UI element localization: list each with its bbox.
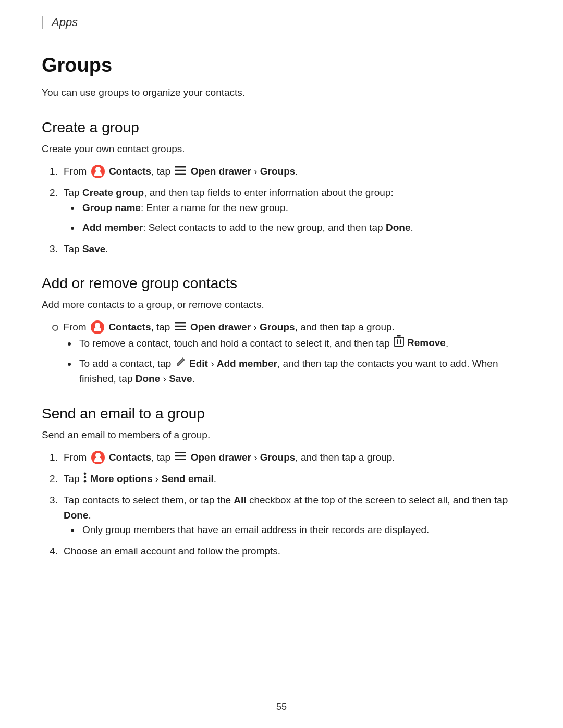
open-drawer-label-2: Open drawer <box>190 322 251 332</box>
section-desc-send-email: Send an email to members of a group. <box>42 429 521 441</box>
add-member-label-2: Add member <box>217 358 277 369</box>
contacts-label-3: Contacts <box>109 452 151 463</box>
more-options-label: More options <box>90 473 152 484</box>
circle-bullet-icon <box>52 325 58 331</box>
breadcrumb: Apps <box>42 16 521 29</box>
bullet-add-contact: To add a contact, tap Edit › Add member,… <box>77 356 521 387</box>
menu-icon-3 <box>175 450 186 465</box>
send-email-steps: From Contacts, tap Open drawer › Groups,… <box>60 450 521 559</box>
contacts-icon-2 <box>91 320 104 334</box>
svg-rect-8 <box>400 339 401 344</box>
section-add-remove: Add or remove group contacts Add more co… <box>42 275 521 386</box>
section-create-group: Create a group Create your own contact g… <box>42 119 521 256</box>
email-step-3-bullets: Only group members that have an email ad… <box>80 523 521 538</box>
page-title: Groups <box>42 54 521 77</box>
svg-rect-7 <box>397 339 398 344</box>
groups-label: Groups <box>260 166 296 177</box>
svg-rect-5 <box>175 329 186 330</box>
svg-rect-2 <box>175 173 186 175</box>
bullet-group-name: Group name: Enter a name for the new gro… <box>80 201 521 216</box>
menu-icon <box>175 164 186 179</box>
edit-label: Edit <box>189 358 208 369</box>
remove-label: Remove <box>407 336 446 351</box>
svg-rect-1 <box>175 169 186 171</box>
email-step-1: From Contacts, tap Open drawer › Groups,… <box>60 450 521 465</box>
contacts-label-2: Contacts <box>108 322 151 332</box>
trash-icon <box>394 335 404 351</box>
svg-rect-9 <box>394 337 404 338</box>
svg-point-16 <box>84 480 87 483</box>
save-label-2: Save <box>169 373 192 384</box>
from-item-bullets: To remove a contact, touch and hold a co… <box>77 335 521 386</box>
add-member-label: Add member <box>82 222 143 233</box>
page-number: 55 <box>42 701 521 712</box>
section-desc-create-group: Create your own contact groups. <box>42 143 521 155</box>
section-send-email: Send an email to a group Send an email t… <box>42 405 521 559</box>
breadcrumb-text: Apps <box>52 16 78 29</box>
svg-rect-6 <box>394 338 403 346</box>
contacts-label: Contacts <box>109 166 151 177</box>
done-label-3: Done <box>64 510 89 521</box>
svg-rect-13 <box>175 459 186 461</box>
svg-rect-12 <box>175 455 186 457</box>
add-remove-from-list: From Contacts, tap Open drawer › Groups,… <box>60 320 521 386</box>
bullet-add-member: Add member: Select contacts to add to th… <box>80 220 521 236</box>
create-group-bold: Create group <box>82 187 144 198</box>
menu-icon-2 <box>175 320 186 335</box>
groups-label-3: Groups <box>260 452 296 463</box>
contacts-icon-3 <box>91 451 105 464</box>
create-group-steps: From Contacts, tap Open drawer › Groups.… <box>60 164 521 256</box>
pencil-icon <box>175 357 186 372</box>
svg-point-14 <box>84 472 87 475</box>
intro-paragraph: You can use groups to organize your cont… <box>42 87 521 98</box>
done-label-1: Done <box>386 222 411 233</box>
section-heading-send-email: Send an email to a group <box>42 405 521 422</box>
svg-rect-3 <box>175 322 186 324</box>
bullet-email-note: Only group members that have an email ad… <box>80 523 521 538</box>
save-label: Save <box>82 243 105 254</box>
section-heading-add-remove: Add or remove group contacts <box>42 275 521 292</box>
send-email-label: Send email <box>161 473 213 484</box>
step-1: From Contacts, tap Open drawer › Groups. <box>60 164 521 179</box>
email-step-2: Tap More options › Send email. <box>60 472 521 487</box>
email-step-3: Tap contacts to select them, or tap the … <box>60 493 521 538</box>
trash-remove-row: Remove <box>393 335 446 351</box>
section-desc-add-remove: Add more contacts to a group, or remove … <box>42 299 521 311</box>
open-drawer-label-3: Open drawer <box>191 452 251 463</box>
more-options-icon <box>83 472 87 487</box>
group-name-label: Group name <box>82 202 141 213</box>
step-2-bullets: Group name: Enter a name for the new gro… <box>80 201 521 236</box>
svg-rect-11 <box>175 452 186 453</box>
section-heading-create-group: Create a group <box>42 119 521 136</box>
svg-rect-0 <box>175 166 186 168</box>
open-drawer-label: Open drawer <box>191 166 251 177</box>
from-item-1: From Contacts, tap Open drawer › Groups,… <box>60 320 521 386</box>
done-label-2: Done <box>136 373 161 384</box>
step-2: Tap Create group, and then tap fields to… <box>60 186 521 236</box>
svg-point-15 <box>84 476 87 478</box>
step-3: Tap Save. <box>60 242 521 257</box>
svg-rect-4 <box>175 326 186 327</box>
groups-label-2: Groups <box>260 322 295 332</box>
email-step-4: Choose an email account and follow the p… <box>60 544 521 559</box>
contacts-icon <box>91 165 105 178</box>
all-label: All <box>234 495 246 505</box>
svg-rect-10 <box>397 335 401 337</box>
bullet-remove: To remove a contact, touch and hold a co… <box>77 335 521 351</box>
